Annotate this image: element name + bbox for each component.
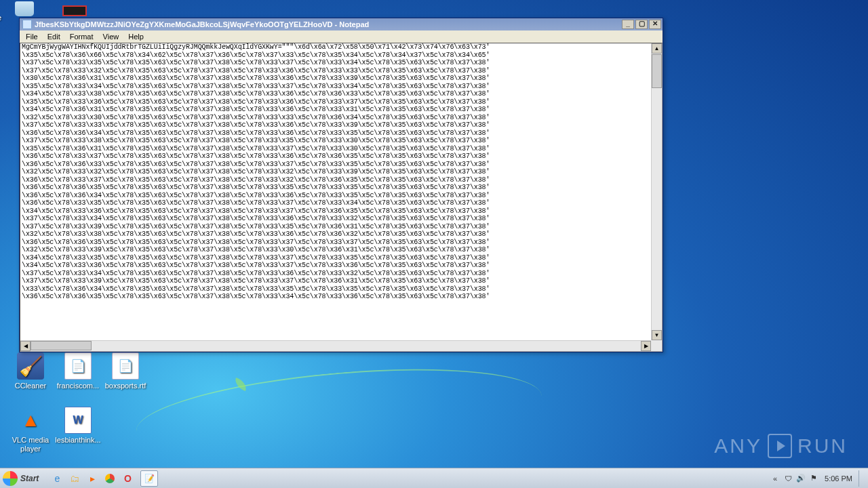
scroll-left-icon[interactable]: ◀: [20, 341, 31, 351]
menu-help[interactable]: Help: [123, 32, 149, 41]
notepad-task-icon: 📝: [144, 474, 155, 483]
scroll-up-icon[interactable]: ▲: [652, 43, 662, 54]
taskbar: Start e 🗂 ▸ O 📝 « 🛡 🔊 ⚑ 5:06 PM: [0, 468, 868, 488]
start-button[interactable]: Start: [0, 468, 45, 489]
opera-icon[interactable]: O: [120, 471, 135, 486]
titlebar[interactable]: JfbesKSbYtkgDMWtzzJNiOYeZgYXKmeMoGaJBkco…: [20, 18, 663, 30]
window-title: JfbesKSbYtkgDMWtzzJNiOYeZgYXKmeMoGaJBkco…: [35, 20, 622, 28]
close-button[interactable]: ✕: [649, 20, 661, 29]
notepad-app-icon: [22, 20, 32, 29]
show-desktop-button[interactable]: [859, 470, 864, 487]
vlc-icon: ▲: [17, 407, 44, 434]
taskbar-clock[interactable]: 5:06 PM: [825, 474, 852, 483]
tray-volume-icon[interactable]: 🔊: [796, 474, 806, 483]
desktop-icon-ccleaner[interactable]: 🧹 CCleaner: [7, 352, 54, 390]
hscroll-thumb[interactable]: [31, 341, 92, 350]
menu-view[interactable]: View: [98, 32, 124, 41]
desktop-icon-vlc[interactable]: ▲ VLC media player: [7, 407, 54, 453]
vscroll-thumb[interactable]: [652, 54, 662, 88]
ie-icon[interactable]: e: [50, 471, 64, 486]
text-content[interactable]: MgCmYBjWygWAYIHNxfKQUIjddRtbrTGZLUiIiQgz…: [20, 43, 662, 351]
text-area[interactable]: MgCmYBjWygWAYIHNxfKQUIjddRtbrTGZLUiIiQgz…: [20, 43, 663, 352]
tray-expand-icon[interactable]: «: [770, 474, 780, 483]
desktop-gadget-icon[interactable]: [62, 5, 87, 16]
ccleaner-icon: 🧹: [17, 352, 44, 380]
explorer-icon[interactable]: 🗂: [67, 471, 82, 486]
taskbar-notepad-button[interactable]: 📝: [140, 470, 158, 487]
maximize-button[interactable]: ▢: [635, 20, 648, 29]
desktop-icon-franciscom[interactable]: 📄 franciscom...: [54, 352, 102, 390]
play-icon: [768, 434, 792, 458]
tray-flag-icon[interactable]: ⚑: [809, 474, 818, 483]
chrome-icon[interactable]: [102, 471, 117, 486]
menubar: File Edit Format View Help: [20, 30, 663, 43]
desktop-icon-partial-re[interactable]: Re: [0, 14, 20, 22]
scroll-down-icon[interactable]: ▼: [652, 330, 662, 340]
menu-file[interactable]: File: [21, 32, 43, 41]
menu-format[interactable]: Format: [65, 32, 98, 41]
menu-edit[interactable]: Edit: [43, 32, 65, 41]
wallpaper-leaf-icon: [233, 378, 249, 391]
desktop-icon-boxsports[interactable]: 📄 boxsports.rtf: [102, 352, 149, 390]
media-icon[interactable]: ▸: [85, 471, 100, 486]
document-icon: 📄: [64, 352, 92, 380]
windows-orb-icon: [3, 471, 18, 486]
tray-security-icon[interactable]: 🛡: [783, 474, 793, 483]
rtf-icon: 📄: [112, 352, 139, 380]
system-tray: « 🛡 🔊 ⚑ 5:06 PM: [766, 470, 868, 487]
horizontal-scrollbar[interactable]: ◀ ▶: [20, 340, 651, 351]
quick-launch: e 🗂 ▸ O: [50, 471, 135, 486]
vertical-scrollbar[interactable]: ▲ ▼: [651, 43, 662, 340]
word-doc-icon: W: [64, 407, 92, 434]
minimize-button[interactable]: _: [622, 20, 634, 29]
anyrun-watermark: ANY RUN: [714, 434, 848, 458]
wallpaper-decoration: [133, 355, 545, 472]
notepad-window: JfbesKSbYtkgDMWtzzJNiOYeZgYXKmeMoGaJBkco…: [19, 18, 663, 352]
scroll-right-icon[interactable]: ▶: [641, 341, 651, 351]
desktop-icon-lesbianthink[interactable]: W lesbianthink...: [54, 407, 102, 445]
resize-gripper[interactable]: [651, 340, 662, 351]
